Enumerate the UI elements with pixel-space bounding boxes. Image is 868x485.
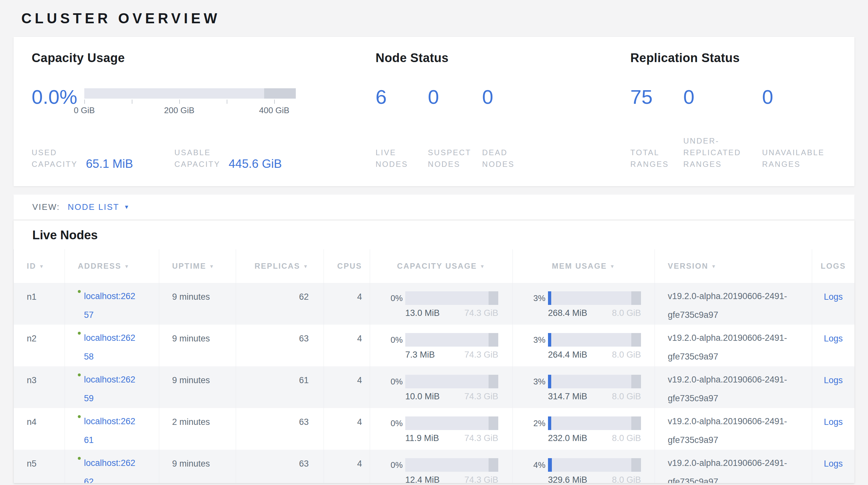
- capacity-usage-bar-track: [405, 375, 498, 388]
- node-address-link[interactable]: localhost:26257: [84, 287, 138, 297]
- live-nodes-heading: Live Nodes: [13, 220, 855, 249]
- col-header-version[interactable]: VERSION▼: [655, 249, 812, 283]
- col-header-capacity[interactable]: CAPACITY USAGE▼: [370, 249, 513, 283]
- node-id-cell: n2: [14, 325, 65, 366]
- col-header-uptime[interactable]: UPTIME▼: [159, 249, 236, 283]
- page-title: CLUSTER OVERVIEW: [21, 10, 855, 27]
- cluster-overview-page: CLUSTER OVERVIEW Capacity Usage 0.0%: [0, 0, 868, 483]
- logs-link[interactable]: Logs: [824, 334, 843, 343]
- node-version-cell: v19.2.0-alpha.20190606-2491-gfe735c9a97: [655, 283, 812, 325]
- node-address-link[interactable]: localhost:26259: [84, 371, 138, 380]
- node-uptime-cell: 9 minutes: [159, 325, 236, 366]
- table-header-row: ID▼ADDRESS▼UPTIME▼REPLICAS▼CPUSCAPACITY …: [14, 249, 855, 283]
- under-replicated-ranges-label: UNDER-REPLICATED RANGES: [683, 135, 762, 170]
- sort-caret-icon: ▼: [39, 263, 44, 269]
- col-header-replicas[interactable]: REPLICAS▼: [236, 249, 324, 283]
- node-id-cell: n4: [14, 408, 65, 450]
- capacity-used-value: 10.0 MiB: [405, 392, 440, 401]
- node-replicas-cell: 63: [236, 408, 324, 450]
- bar-reserved-segment: [489, 333, 498, 347]
- logs-link[interactable]: Logs: [824, 375, 843, 385]
- unavailable-ranges-label: UNAVAILABLE RANGES: [762, 147, 836, 170]
- bar-fill-segment: [548, 417, 551, 430]
- node-address-text: localhost:26259: [84, 370, 138, 408]
- memory-used-value: 314.7 MiB: [548, 392, 587, 401]
- node-address-link[interactable]: localhost:26261: [84, 412, 138, 422]
- col-header-label: ID: [27, 262, 36, 270]
- node-replicas-cell: 63: [236, 325, 324, 366]
- logs-link[interactable]: Logs: [824, 292, 843, 302]
- node-address-cell: localhost:26258: [65, 325, 159, 366]
- capacity-usage-percent: 0%: [384, 417, 403, 430]
- col-header-memory[interactable]: MEM USAGE▼: [513, 249, 655, 283]
- logs-link[interactable]: Logs: [824, 459, 843, 468]
- memory-usage-bar: 3%: [527, 375, 654, 388]
- memory-usage-bar-track: [548, 333, 641, 347]
- node-address-text: localhost:26261: [84, 412, 138, 450]
- memory-usage-cell: 3%264.4 MiB8.0 GiB: [513, 325, 655, 366]
- live-status-dot-icon: [78, 457, 81, 460]
- bar-reserved-segment: [631, 458, 641, 472]
- view-dropdown[interactable]: NODE LIST ▼: [68, 202, 129, 212]
- capacity-usage-cell: 0%13.0 MiB74.3 GiB: [370, 283, 513, 325]
- capacity-used-value: 12.4 MiB: [405, 475, 440, 483]
- memory-usage-values: 329.6 MiB8.0 GiB: [548, 475, 641, 483]
- capacity-usage-bar: 0%: [384, 291, 512, 305]
- node-id-cell: n1: [14, 283, 65, 325]
- memory-usage-values: 264.4 MiB8.0 GiB: [548, 350, 641, 360]
- col-header-address[interactable]: ADDRESS▼: [65, 249, 159, 283]
- capacity-axis: 0 GiB 200 GiB 400 GiB: [84, 99, 296, 116]
- logs-link[interactable]: Logs: [824, 417, 843, 427]
- capacity-total-value: 74.3 GiB: [464, 475, 498, 483]
- capacity-usage-bar-track: [405, 417, 498, 430]
- node-address-link[interactable]: localhost:26258: [84, 329, 138, 339]
- live-status-dot-icon: [78, 415, 81, 418]
- memory-used-value: 329.6 MiB: [548, 475, 587, 483]
- axis-tick: [179, 99, 180, 104]
- live-nodes-table: ID▼ADDRESS▼UPTIME▼REPLICAS▼CPUSCAPACITY …: [13, 249, 855, 483]
- live-nodes-card: Live Nodes ID▼ADDRESS▼UPTIME▼REPLICAS▼CP…: [13, 220, 855, 483]
- node-cpus-cell: 4: [324, 408, 370, 450]
- node-version-cell: v19.2.0-alpha.20190606-2491-gfe735c9a97: [655, 366, 812, 408]
- node-row: n4localhost:262612 minutes6340%11.9 MiB7…: [14, 408, 855, 450]
- usable-capacity-value: 445.6 GiB: [228, 158, 282, 170]
- suspect-nodes-label: SUSPECT NODES: [428, 147, 482, 170]
- node-version-cell: v19.2.0-alpha.20190606-2491-gfe735c9a97: [655, 408, 812, 450]
- memory-usage-values: 232.0 MiB8.0 GiB: [548, 433, 641, 443]
- replication-status-heading: Replication Status: [630, 51, 836, 65]
- memory-usage-bar: 2%: [527, 417, 654, 430]
- dead-nodes-value: 0: [482, 86, 537, 108]
- node-address-text: localhost:26258: [84, 329, 138, 366]
- node-address-link[interactable]: localhost:26262: [84, 454, 138, 464]
- capacity-usage-heading: Capacity Usage: [32, 51, 376, 65]
- col-header-id[interactable]: ID▼: [14, 249, 65, 283]
- memory-total-value: 8.0 GiB: [612, 475, 641, 483]
- node-cpus-cell: 4: [324, 450, 370, 483]
- memory-usage-values: 314.7 MiB8.0 GiB: [548, 392, 641, 401]
- view-selected-value: NODE LIST: [68, 202, 120, 212]
- unavailable-ranges-stat: 0 UNAVAILABLE RANGES: [762, 86, 836, 170]
- capacity-usage-bar: 0%: [384, 333, 512, 347]
- col-header-label: CAPACITY USAGE: [397, 262, 477, 270]
- axis-tick-label: 0 GiB: [73, 106, 95, 115]
- sort-caret-icon: ▼: [124, 263, 130, 269]
- col-header-label: MEM USAGE: [552, 262, 607, 270]
- memory-usage-bar: 3%: [527, 333, 654, 347]
- capacity-usage-percent: 0%: [384, 375, 403, 388]
- axis-tick: [84, 99, 85, 104]
- live-status-dot-icon: [78, 373, 81, 376]
- col-header-label: REPLICAS: [254, 262, 300, 270]
- capacity-used-value: 11.9 MiB: [405, 433, 439, 443]
- memory-usage-percent: 2%: [527, 417, 546, 430]
- chevron-down-icon: ▼: [124, 204, 129, 210]
- node-version-text: v19.2.0-alpha.20190606-2491-gfe735c9a97: [668, 454, 803, 483]
- memory-usage-bar: 4%: [527, 458, 654, 472]
- axis-tick-label: 400 GiB: [259, 106, 289, 115]
- under-replicated-ranges-value: 0: [683, 86, 762, 108]
- node-version-cell: v19.2.0-alpha.20190606-2491-gfe735c9a97: [655, 450, 812, 483]
- node-logs-cell: Logs: [812, 325, 855, 366]
- node-cpus-cell: 4: [324, 283, 370, 325]
- live-nodes-stat: 6 LIVE NODES: [376, 86, 428, 170]
- bar-reserved-segment: [489, 417, 498, 430]
- memory-usage-bar-track: [548, 417, 641, 430]
